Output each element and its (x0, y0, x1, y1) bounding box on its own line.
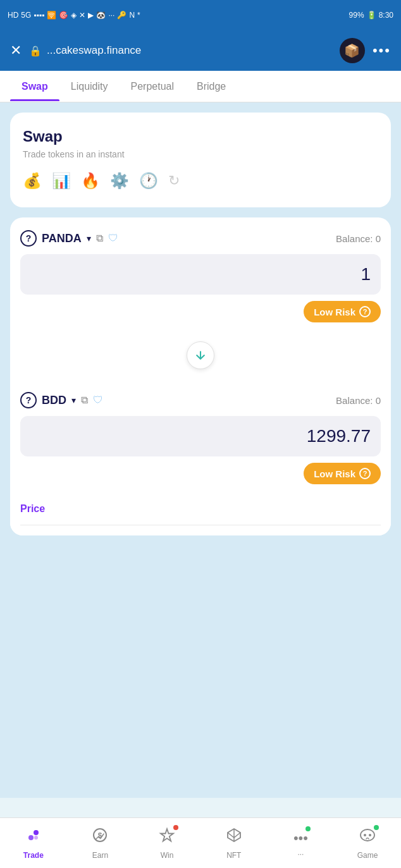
money-bag-icon[interactable]: 💰 (23, 172, 42, 190)
from-risk-label: Low Risk (314, 307, 355, 317)
bluetooth-icon: * (137, 11, 140, 20)
browser-menu-button[interactable]: ••• (373, 42, 391, 59)
to-token-shield-icon[interactable]: 🛡 (93, 394, 103, 406)
swap-direction-button[interactable] (187, 341, 214, 369)
to-token-value: 1299.77 (307, 426, 371, 446)
from-token-balance: Balance: 0 (336, 233, 381, 244)
nav-earn[interactable]: $ Earn (81, 826, 119, 860)
tokens-wrapper: ? PANDA ▾ ⧉ 🛡 Balance: 0 1 Low Risk (10, 217, 391, 535)
nav-tabs: Swap Liquidity Perpetual Bridge (0, 71, 401, 102)
tab-liquidity[interactable]: Liquidity (59, 72, 120, 101)
svg-point-7 (369, 834, 371, 836)
to-token-name[interactable]: BDD (42, 394, 66, 407)
lock-icon: 🔒 (29, 45, 42, 57)
svg-point-5 (361, 829, 374, 841)
price-divider (20, 525, 381, 525)
browser-avatar[interactable]: 📦 (340, 38, 365, 63)
status-left: HD 5G ▪▪▪▪ 🛜 🎯 ◈ ✕ ▶ 🐼 ··· 🔑 N * (8, 11, 140, 20)
to-risk-label: Low Risk (314, 468, 355, 479)
status-bar: HD 5G ▪▪▪▪ 🛜 🎯 ◈ ✕ ▶ 🐼 ··· 🔑 N * 99% 🔋 8… (0, 0, 401, 30)
to-token-copy-icon[interactable]: ⧉ (81, 394, 88, 406)
refresh-icon[interactable]: ↻ (168, 173, 180, 189)
from-token-question-icon[interactable]: ? (20, 230, 37, 247)
icon7: 🔑 (117, 11, 126, 20)
win-icon (158, 826, 176, 848)
network-label: 5G (21, 11, 31, 20)
history-icon[interactable]: 🕐 (139, 172, 158, 190)
arrow-down-icon (194, 349, 207, 362)
battery-icon: 🔋 (367, 11, 376, 20)
icon2: ◈ (71, 11, 77, 20)
nav-game[interactable]: Game (349, 826, 386, 860)
price-section: Price (10, 493, 391, 535)
svg-point-6 (364, 834, 366, 836)
icon1: 🎯 (59, 11, 68, 20)
trade-label: Trade (23, 851, 44, 860)
from-risk-question-icon: ? (359, 306, 371, 317)
url-text: ...cakeswap.finance (47, 44, 141, 57)
tab-perpetual[interactable]: Perpetual (120, 72, 186, 101)
svg-point-1 (34, 830, 39, 835)
close-button[interactable]: ✕ (10, 42, 22, 59)
swap-arrow-container (10, 331, 391, 379)
signal-icon: ▪▪▪▪ (34, 11, 44, 20)
icon3: ✕ (79, 11, 85, 20)
to-token-question-icon[interactable]: ? (20, 392, 37, 408)
to-token-dropdown-icon[interactable]: ▾ (71, 395, 76, 405)
from-token-block: ? PANDA ▾ ⧉ 🛡 Balance: 0 1 Low Risk (10, 217, 391, 322)
nft-label: NFT (226, 851, 241, 860)
svg-text:$: $ (98, 831, 102, 840)
nav-win[interactable]: Win (148, 826, 186, 860)
settings-icon[interactable]: ⚙️ (110, 172, 129, 190)
more-dot (305, 826, 311, 831)
swap-toolbar: 💰 📊 🔥 ⚙️ 🕐 ↻ (23, 172, 378, 195)
svg-point-2 (34, 836, 38, 840)
more-label: ··· (297, 850, 304, 859)
swap-subtitle: Trade tokens in an instant (23, 149, 378, 159)
icon6: ··· (108, 11, 114, 20)
to-token-left: ? BDD ▾ ⧉ 🛡 (20, 392, 103, 408)
main-content: Swap Trade tokens in an instant 💰 📊 🔥 ⚙️… (0, 102, 401, 798)
nav-trade[interactable]: Trade (15, 826, 52, 860)
avatar-icon: 📦 (344, 43, 360, 58)
hd-label: HD (8, 11, 18, 20)
from-token-copy-icon[interactable]: ⧉ (96, 233, 103, 244)
nav-nft[interactable]: NFT (215, 826, 253, 860)
earn-label: Earn (92, 851, 108, 860)
nav-more[interactable]: ••• ··· (281, 828, 319, 859)
win-dot (173, 825, 178, 830)
to-risk-question-icon: ? (359, 468, 371, 479)
from-token-name[interactable]: PANDA (42, 232, 82, 245)
nft-icon (225, 826, 243, 848)
from-token-header: ? PANDA ▾ ⧉ 🛡 Balance: 0 (20, 230, 381, 247)
earn-icon: $ (91, 826, 109, 848)
from-token-value: 1 (361, 264, 371, 284)
svg-point-0 (28, 835, 34, 840)
more-icon: ••• (293, 828, 308, 847)
from-token-dropdown-icon[interactable]: ▾ (87, 233, 91, 243)
time: 8:30 (379, 11, 393, 20)
game-label: Game (357, 851, 378, 860)
to-token-block: ? BDD ▾ ⧉ 🛡 Balance: 0 1299.77 Low Risk (10, 379, 391, 484)
url-area[interactable]: 🔒 ...cakeswap.finance (29, 44, 332, 57)
wifi-icon: 🛜 (47, 11, 56, 20)
status-right: 99% 🔋 8:30 (349, 11, 393, 20)
to-token-header: ? BDD ▾ ⧉ 🛡 Balance: 0 (20, 392, 381, 408)
game-dot (374, 825, 379, 830)
to-risk-badge[interactable]: Low Risk ? (304, 463, 381, 484)
swap-header-card: Swap Trade tokens in an instant 💰 📊 🔥 ⚙️… (10, 113, 391, 207)
trade-icon (25, 826, 42, 848)
from-risk-badge[interactable]: Low Risk ? (304, 301, 381, 322)
icon5: 🐼 (96, 11, 106, 20)
to-token-input[interactable]: 1299.77 (20, 416, 381, 456)
tab-bridge[interactable]: Bridge (185, 72, 237, 101)
from-token-shield-icon[interactable]: 🛡 (108, 233, 118, 244)
bottom-nav: Trade $ Earn Win NFT (0, 817, 401, 868)
chart-icon[interactable]: 📊 (52, 172, 71, 190)
win-label: Win (161, 851, 174, 860)
fire-icon[interactable]: 🔥 (81, 172, 100, 190)
from-token-input[interactable]: 1 (20, 254, 381, 295)
game-icon (359, 826, 376, 848)
tab-swap[interactable]: Swap (10, 72, 59, 101)
content-area: Swap Trade tokens in an instant 💰 📊 🔥 ⚙️… (10, 113, 391, 586)
